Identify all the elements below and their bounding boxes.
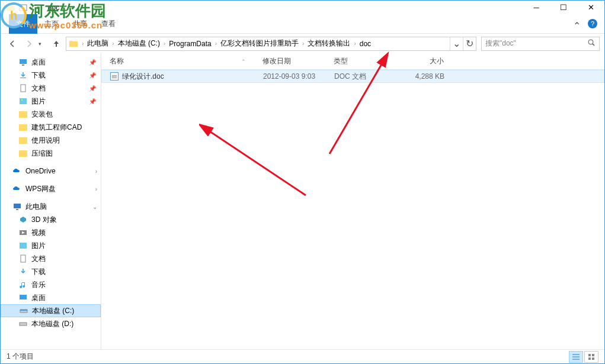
chevron-icon[interactable]: ›: [95, 168, 97, 175]
breadcrumb-item[interactable]: doc: [357, 40, 373, 48]
file-name-cell: 绿化设计.doc: [102, 72, 255, 82]
folder-icon: [18, 109, 28, 119]
onedrive-icon: [12, 166, 22, 176]
view-icons-button[interactable]: [584, 351, 598, 363]
address-bar[interactable]: › 此电脑 › 本地磁盘 (C:) › ProgramData › 亿彩文档转图…: [66, 37, 476, 51]
qat-separator: |: [31, 4, 33, 11]
breadcrumb-sep[interactable]: ›: [353, 40, 357, 47]
close-button[interactable]: ✕: [577, 1, 604, 14]
tree-item-downloads[interactable]: 下载📌: [1, 69, 101, 82]
breadcrumb-item[interactable]: 此电脑: [85, 38, 111, 49]
breadcrumb-sep[interactable]: ›: [301, 40, 305, 47]
tree-item-documents2[interactable]: 文档: [1, 252, 101, 265]
chevron-down-icon[interactable]: ⌄: [92, 204, 97, 210]
view-details-button[interactable]: [569, 351, 583, 363]
wps-icon: [12, 184, 22, 194]
ribbon-tab-view[interactable]: 查看: [94, 14, 123, 34]
music-icon: [18, 280, 28, 289]
tree-label: 使用说明: [31, 136, 60, 146]
tree-item-desktop2[interactable]: 桌面: [1, 291, 101, 304]
tree-item-wps[interactable]: WPS网盘›: [1, 182, 101, 195]
qat-dropdown-icon[interactable]: ▾: [37, 4, 40, 11]
tree-label: 本地磁盘 (D:): [31, 319, 73, 329]
address-dropdown-button[interactable]: ⌄: [450, 37, 463, 50]
nav-up-button[interactable]: [49, 37, 63, 51]
col-header-size[interactable]: 大小: [399, 56, 452, 66]
col-header-name[interactable]: 名称⌃: [101, 56, 254, 66]
breadcrumb-sep[interactable]: ›: [214, 40, 218, 47]
svg-point-1: [588, 40, 593, 44]
minimize-button[interactable]: ─: [523, 1, 550, 14]
tree-item-downloads2[interactable]: 下载: [1, 265, 101, 278]
status-bar: 1 个项目: [1, 349, 604, 363]
folder-icon: [18, 123, 28, 132]
svg-rect-7: [20, 98, 27, 104]
drive-icon: [18, 319, 28, 328]
search-icon[interactable]: [587, 38, 596, 49]
tree-item-archcad[interactable]: 建筑工程师CAD: [1, 121, 101, 134]
tree-item-usage[interactable]: 使用说明: [1, 134, 101, 147]
col-header-type[interactable]: 类型: [325, 56, 399, 66]
tree-label: 视频: [31, 228, 46, 238]
address-folder-icon: [69, 39, 78, 49]
nav-forward-button[interactable]: [22, 37, 36, 51]
svg-rect-9: [14, 204, 21, 208]
breadcrumb-sep[interactable]: ›: [81, 40, 85, 47]
col-header-date[interactable]: 修改日期: [254, 56, 325, 66]
title-bar: | ▾ doc ─ ☐ ✕: [1, 1, 604, 14]
svg-rect-12: [20, 243, 27, 249]
ribbon-tab-home[interactable]: 主页: [37, 14, 66, 34]
pin-icon: 📌: [89, 59, 96, 66]
ribbon-collapse-icon[interactable]: ⌃: [573, 20, 581, 31]
svg-rect-24: [592, 354, 594, 356]
svg-line-2: [593, 44, 594, 46]
desktop-icon: [18, 293, 28, 302]
nav-history-dropdown[interactable]: ▾: [39, 41, 47, 47]
pc-icon: [12, 202, 22, 211]
pictures-icon: [18, 241, 28, 250]
ribbon-tab-share[interactable]: 共享: [66, 14, 94, 34]
tree-item-localc[interactable]: 本地磁盘 (C:): [1, 304, 101, 317]
search-box[interactable]: 搜索"doc": [481, 37, 600, 51]
sort-indicator-icon: ⌃: [241, 59, 246, 65]
navigation-bar: ▾ › 此电脑 › 本地磁盘 (C:) › ProgramData › 亿彩文档…: [1, 34, 604, 53]
tree-item-thumbnails[interactable]: 压缩图: [1, 147, 101, 160]
tree-item-3dobjects[interactable]: 3D 对象: [1, 213, 101, 226]
tree-item-thispc[interactable]: 此电脑⌄: [1, 200, 101, 213]
tree-item-pictures[interactable]: 图片📌: [1, 95, 101, 108]
file-list-area[interactable]: 名称⌃ 修改日期 类型 大小 绿化设计.doc 2012-09-03 9:03 …: [101, 53, 604, 349]
breadcrumb-item[interactable]: 文档转换输出: [305, 38, 353, 49]
navigation-tree[interactable]: 桌面📌 下载📌 文档📌 图片📌 安装包 建筑工程师CAD 使用说明 压缩图 On…: [1, 53, 101, 349]
nav-back-button[interactable]: [5, 37, 20, 51]
ribbon-bar: 文件 主页 共享 查看 ⌃ ?: [1, 14, 604, 34]
breadcrumb-item[interactable]: 本地磁盘 (C:): [116, 38, 162, 49]
tree-item-installpkg[interactable]: 安装包: [1, 108, 101, 121]
tree-item-videos[interactable]: 视频: [1, 226, 101, 239]
qat-properties-icon[interactable]: [18, 3, 28, 12]
ribbon-tab-file[interactable]: 文件: [9, 14, 37, 34]
chevron-icon[interactable]: ›: [95, 186, 97, 192]
tree-item-documents[interactable]: 文档📌: [1, 82, 101, 95]
svg-rect-26: [592, 357, 594, 360]
annotation-arrow-left: [199, 83, 318, 201]
downloads-icon: [18, 70, 28, 80]
tree-label: 下载: [31, 70, 46, 80]
help-button[interactable]: ?: [588, 19, 597, 28]
breadcrumb-sep[interactable]: ›: [162, 40, 167, 47]
file-row[interactable]: 绿化设计.doc 2012-09-03 9:03 DOC 文档 4,288 KB: [101, 70, 604, 83]
address-refresh-button[interactable]: ↻: [463, 37, 476, 50]
tree-label: 文档: [31, 254, 46, 264]
breadcrumb-sep[interactable]: ›: [111, 40, 115, 47]
file-size-cell: 4,288 KB: [399, 72, 453, 80]
tree-label: 音乐: [31, 280, 46, 290]
tree-item-music[interactable]: 音乐: [1, 278, 101, 291]
tree-item-desktop[interactable]: 桌面📌: [1, 56, 101, 69]
drive-icon: [19, 306, 28, 315]
tree-label: 桌面: [31, 57, 46, 67]
tree-item-locald[interactable]: 本地磁盘 (D:): [1, 317, 101, 330]
maximize-button[interactable]: ☐: [550, 1, 577, 14]
tree-item-onedrive[interactable]: OneDrive›: [1, 165, 101, 178]
breadcrumb-item[interactable]: ProgramData: [167, 40, 213, 48]
breadcrumb-item[interactable]: 亿彩文档转图片排重助手: [218, 38, 301, 49]
tree-item-pictures2[interactable]: 图片: [1, 239, 101, 252]
